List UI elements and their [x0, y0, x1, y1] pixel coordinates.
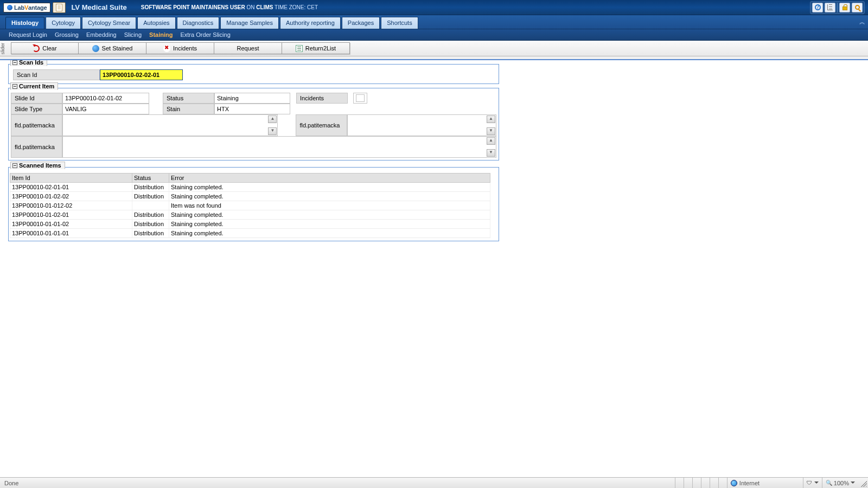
- logo-text: LabVantage: [14, 4, 47, 11]
- list-icon: [296, 45, 303, 52]
- scroll-down-icon[interactable]: ▼: [487, 127, 495, 135]
- panel-title: Scanned Items: [19, 162, 61, 169]
- browser-status-bar: Done Internet 🛡 🔍 100%: [0, 477, 868, 488]
- sub-tab-extra-order-slicing[interactable]: Extra Order Slicing: [180, 31, 230, 38]
- sub-tab-request-login[interactable]: Request Login: [9, 31, 47, 38]
- main-tab-histology[interactable]: Histology: [5, 17, 44, 29]
- security-zone[interactable]: Internet: [727, 478, 803, 488]
- macka-a-label: fld.patitemacka: [11, 114, 62, 136]
- work-area: − Scan Ids Scan Id − Current Item: [0, 59, 868, 477]
- return2list-label: Return2List: [305, 45, 336, 52]
- incidents-label: Incidents: [173, 45, 197, 52]
- scroll-down-icon[interactable]: ▼: [487, 149, 495, 157]
- magnifier-icon: [855, 5, 860, 10]
- table-row[interactable]: 13PP00010-01-02-01DistributionStaining c…: [10, 210, 490, 220]
- slide-id-label: Slide Id: [11, 93, 62, 104]
- clear-label: Clear: [42, 45, 56, 52]
- help-button[interactable]: [812, 3, 823, 12]
- table-row[interactable]: 13PP00010-02-01-01DistributionStaining c…: [10, 183, 490, 192]
- main-tab-shortcuts[interactable]: Shortcuts: [381, 17, 418, 29]
- main-tab-diagnostics[interactable]: Diagnostics: [177, 17, 220, 29]
- table-row[interactable]: 13PP00010-01-01-01DistributionStaining c…: [10, 229, 490, 238]
- scroll-up-icon[interactable]: ▲: [487, 137, 495, 145]
- main-tab-cytology-smear[interactable]: Cytology Smear: [82, 17, 136, 29]
- collapse-icon[interactable]: −: [12, 60, 17, 65]
- col-item-id[interactable]: Item Id: [10, 174, 132, 183]
- status-seg: [710, 478, 718, 488]
- macka-a-textarea[interactable]: ▲ ▼: [62, 114, 278, 136]
- slide-type-label: Slide Type: [11, 104, 62, 114]
- scroll-down-icon[interactable]: ▼: [268, 127, 277, 135]
- collapse-chevron-icon[interactable]: ︽: [859, 18, 864, 26]
- top-header: LabVantage LV Medical Suite SOFTWARE POI…: [0, 0, 868, 15]
- chevron-down-icon: [814, 481, 819, 486]
- resize-grip-icon[interactable]: [859, 479, 867, 487]
- notes-button[interactable]: [53, 2, 66, 13]
- main-tab-packages[interactable]: Packages: [342, 17, 380, 29]
- macka-b-textarea[interactable]: ▲ ▼: [347, 114, 496, 136]
- table-row[interactable]: 13PP00010-01-01-02DistributionStaining c…: [10, 220, 490, 229]
- clear-button[interactable]: Clear: [11, 42, 79, 54]
- zone-label: Internet: [739, 480, 760, 486]
- top-tool-tray: [810, 1, 865, 14]
- set-stained-button[interactable]: Set Stained: [79, 42, 146, 54]
- collapse-icon[interactable]: −: [12, 163, 17, 168]
- slide-type-value: VANLIG: [62, 104, 149, 114]
- status-seg: [675, 478, 684, 488]
- user-info: SOFTWARE POINT MAINTAINENS USER ON CLIMS…: [141, 4, 318, 10]
- lock-icon: [843, 7, 847, 10]
- scan-id-input[interactable]: [100, 69, 183, 80]
- scroll-up-icon[interactable]: ▲: [268, 115, 277, 123]
- slider-label: slider: [0, 43, 5, 55]
- scroll-up-icon[interactable]: ▲: [487, 115, 495, 123]
- sub-tab-slicing[interactable]: Slicing: [124, 31, 142, 38]
- main-tab-authority-reporting[interactable]: Authority reporting: [280, 17, 341, 29]
- scan-id-label: Scan Id: [13, 69, 100, 80]
- sitemap-button[interactable]: [825, 3, 835, 12]
- status-seg: [718, 478, 727, 488]
- slider-handle[interactable]: slider: [0, 43, 8, 53]
- tree-icon: [827, 4, 833, 10]
- status-seg: [692, 478, 701, 488]
- scanned-items-table: Item Id Status Error 13PP00010-02-01-01D…: [10, 173, 490, 238]
- chevron-down-icon: [851, 481, 855, 486]
- main-tab-cytology[interactable]: Cytology: [46, 17, 81, 29]
- sub-tab-grossing[interactable]: Grossing: [55, 31, 79, 38]
- logo-button[interactable]: LabVantage: [3, 3, 50, 12]
- return2list-button[interactable]: Return2List: [282, 42, 350, 54]
- logo-globe-icon: [7, 5, 12, 10]
- search-button[interactable]: [852, 3, 863, 12]
- collapse-icon[interactable]: −: [12, 84, 17, 89]
- status-seg: [701, 478, 710, 488]
- sub-tab-staining[interactable]: Staining: [149, 31, 173, 38]
- zoom-control[interactable]: 🔍 100%: [822, 478, 858, 488]
- blue-circle-icon: [92, 45, 99, 52]
- panel-tab-current-item: − Current Item: [10, 82, 58, 90]
- sub-tab-embedding[interactable]: Embedding: [86, 31, 117, 38]
- lock-button[interactable]: [839, 3, 850, 12]
- protected-mode-button[interactable]: 🛡: [803, 478, 822, 488]
- status-value: Staining: [214, 93, 290, 104]
- notes-icon: [56, 4, 62, 11]
- app-title: LV Medical Suite: [71, 3, 126, 11]
- table-row[interactable]: 13PP00010-01-02-02DistributionStaining c…: [10, 192, 490, 201]
- panel-tab-scanned-items: − Scanned Items: [10, 162, 65, 169]
- panel-title: Scan Ids: [19, 59, 43, 66]
- main-tab-autopsies[interactable]: Autopsies: [137, 17, 175, 29]
- incident-icon: [163, 45, 170, 52]
- request-button[interactable]: Request: [214, 42, 282, 54]
- table-row[interactable]: 13PP00010-01-012-02Item was not found: [10, 201, 490, 210]
- col-status[interactable]: Status: [132, 174, 169, 183]
- slide-id-value: 13PP00010-02-01-02: [62, 93, 149, 104]
- col-error[interactable]: Error: [169, 174, 490, 183]
- incidents-button[interactable]: Incidents: [146, 42, 214, 54]
- stain-value: HTX: [214, 104, 290, 114]
- panel-current-item: − Current Item Slide Id 13PP00010-02-01-…: [8, 88, 499, 160]
- main-tab-manage-samples[interactable]: Manage Samples: [220, 17, 279, 29]
- macka-c-textarea[interactable]: ▲ ▼: [62, 136, 496, 158]
- refresh-icon: [33, 45, 40, 52]
- zoom-value: 100%: [834, 480, 849, 486]
- incidents-value[interactable]: [353, 93, 367, 104]
- panel-scan-ids: − Scan Ids Scan Id: [8, 64, 499, 84]
- action-button-bar: Clear Set Stained Incidents Request Retu…: [0, 41, 868, 56]
